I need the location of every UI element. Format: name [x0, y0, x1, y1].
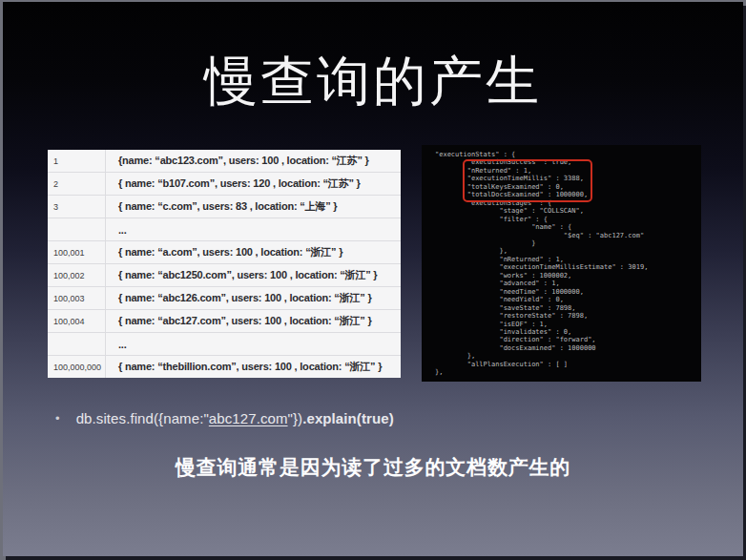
slide: 慢查询的产生 1{name: “abc123.com”, users: 100 … — [3, 2, 743, 556]
row-document: ... — [106, 218, 127, 240]
row-document: { name: “abc1250.com”, users: 100 , loca… — [106, 264, 377, 286]
conclusion-text: 慢查询通常是因为读了过多的文档数产生的 — [3, 454, 743, 481]
row-document: { name: “a.com”, users: 100 , location: … — [106, 241, 342, 263]
table-row: ... — [48, 333, 401, 356]
slide-title: 慢查询的产生 — [3, 46, 743, 118]
query-prefix: db.sites.find({name:" — [76, 410, 209, 426]
red-highlight-rectangle — [463, 159, 592, 202]
table-row: ... — [48, 218, 401, 241]
explain-output-terminal: "executionStats" : { "executionSuccess" … — [422, 145, 701, 382]
row-number: 2 — [48, 173, 106, 195]
documents-table: 1{name: “abc123.com”, users: 100 , locat… — [48, 150, 401, 378]
row-number: 100,002 — [48, 264, 106, 286]
table-row: 2{ name: “b107.com”, users: 120 , locati… — [48, 173, 401, 196]
row-number: 100,000,000 — [48, 356, 106, 378]
query-suffix: "}) — [288, 410, 303, 426]
row-document: { name: “abc127.com”, users: 100 , locat… — [106, 310, 372, 332]
row-number — [48, 218, 106, 240]
row-number: 3 — [48, 196, 106, 218]
documents-table-body: 1{name: “abc123.com”, users: 100 , locat… — [48, 150, 401, 378]
query-highlighted-name: abc127.com — [209, 410, 288, 426]
query-explain-call: .explain(true) — [302, 410, 394, 426]
bullet-icon: • — [55, 411, 60, 425]
row-document: {name: “abc123.com”, users: 100 , locati… — [106, 150, 369, 172]
table-row: 3{ name: “c.com”, users: 83 , location: … — [48, 196, 401, 218]
row-number: 1 — [48, 150, 106, 172]
row-document: { name: “b107.com”, users: 120 , locatio… — [106, 173, 361, 195]
row-document: { name: “thebillion.com”, users: 100 , l… — [106, 356, 382, 378]
table-row: 100,003{ name: “abc126.com”, users: 100 … — [48, 287, 401, 310]
table-row: 100,001{ name: “a.com”, users: 100 , loc… — [48, 241, 401, 264]
row-number: 100,003 — [48, 287, 106, 309]
row-document: { name: “c.com”, users: 83 , location: “… — [106, 196, 337, 218]
table-row: 100,000,000{ name: “thebillion.com”, use… — [48, 356, 401, 378]
table-row: 100,004{ name: “abc127.com”, users: 100 … — [48, 310, 401, 333]
query-bullet: • db.sites.find({name:"abc127.com"}).exp… — [55, 410, 394, 426]
query-text: db.sites.find({name:"abc127.com"}).expla… — [76, 410, 394, 426]
row-document: ... — [106, 333, 127, 355]
row-number — [48, 333, 106, 355]
row-number: 100,001 — [48, 241, 106, 263]
table-row: 100,002{ name: “abc1250.com”, users: 100… — [48, 264, 401, 287]
row-number: 100,004 — [48, 310, 106, 332]
row-document: { name: “abc126.com”, users: 100 , locat… — [106, 287, 372, 309]
table-row: 1{name: “abc123.com”, users: 100 , locat… — [48, 150, 401, 173]
